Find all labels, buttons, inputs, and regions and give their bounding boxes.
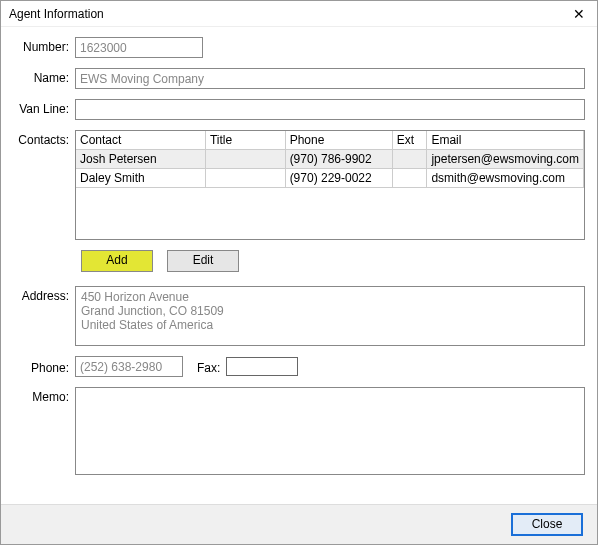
close-icon[interactable]: ✕	[569, 6, 589, 22]
fax-input[interactable]	[226, 357, 298, 376]
contacts-table[interactable]: Contact Title Phone Ext Email Josh Peter…	[76, 131, 584, 188]
cell-contact: Josh Petersen	[76, 150, 205, 169]
name-label: Name:	[13, 68, 75, 85]
phone-input[interactable]	[75, 356, 183, 377]
table-row[interactable]: Josh Petersen (970) 786-9902 jpetersen@e…	[76, 150, 584, 169]
cell-ext	[392, 169, 427, 188]
name-input[interactable]	[75, 68, 585, 89]
fax-label: Fax:	[197, 358, 226, 375]
titlebar: Agent Information ✕	[1, 1, 597, 27]
cell-email: dsmith@ewsmoving.com	[427, 169, 584, 188]
phone-label: Phone:	[13, 358, 75, 375]
cell-ext	[392, 150, 427, 169]
cell-phone: (970) 786-9902	[285, 150, 392, 169]
cell-email: jpetersen@ewsmoving.com	[427, 150, 584, 169]
vanline-input[interactable]	[75, 99, 585, 120]
cell-title	[205, 169, 285, 188]
add-button[interactable]: Add	[81, 250, 153, 272]
contacts-table-wrap: Contact Title Phone Ext Email Josh Peter…	[75, 130, 585, 240]
vanline-label: Van Line:	[13, 99, 75, 116]
table-row[interactable]: Daley Smith (970) 229-0022 dsmith@ewsmov…	[76, 169, 584, 188]
contacts-label: Contacts:	[13, 130, 75, 147]
close-button[interactable]: Close	[511, 513, 583, 536]
address-field[interactable]: 450 Horizon Avenue Grand Junction, CO 81…	[75, 286, 585, 346]
cell-phone: (970) 229-0022	[285, 169, 392, 188]
window-title: Agent Information	[9, 7, 104, 21]
col-header-contact[interactable]: Contact	[76, 131, 205, 150]
cell-contact: Daley Smith	[76, 169, 205, 188]
memo-field[interactable]	[75, 387, 585, 475]
edit-button[interactable]: Edit	[167, 250, 239, 272]
col-header-phone[interactable]: Phone	[285, 131, 392, 150]
col-header-ext[interactable]: Ext	[392, 131, 427, 150]
address-label: Address:	[13, 286, 75, 303]
number-label: Number:	[13, 37, 75, 54]
col-header-email[interactable]: Email	[427, 131, 584, 150]
agent-information-window: Agent Information ✕ Number: Name: Van Li…	[0, 0, 598, 545]
col-header-title[interactable]: Title	[205, 131, 285, 150]
dialog-footer: Close	[1, 504, 597, 544]
memo-label: Memo:	[13, 387, 75, 404]
contacts-buttons: Add Edit	[13, 250, 585, 272]
number-input[interactable]	[75, 37, 203, 58]
form-body: Number: Name: Van Line: Contacts: Conta	[1, 27, 597, 504]
cell-title	[205, 150, 285, 169]
contacts-header-row: Contact Title Phone Ext Email	[76, 131, 584, 150]
